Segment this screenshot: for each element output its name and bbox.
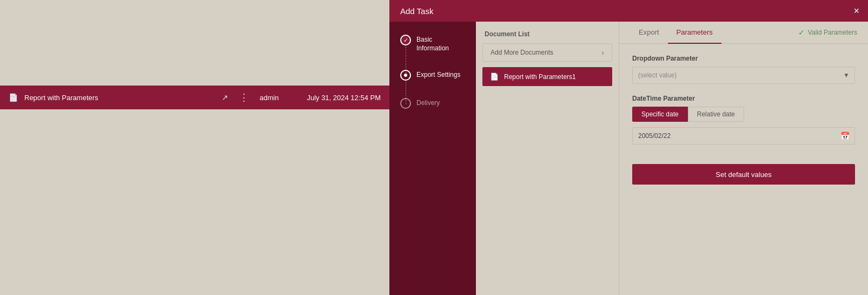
step-export-settings[interactable]: Export Settings [400,70,465,98]
datetime-tabs: Specific date Relative date [632,107,855,122]
date-label: July 31, 2024 12:54 PM [307,94,381,102]
background-area: 📄 Report with Parameters ↗ ⋮ admin July … [0,0,389,295]
step-circle-delivery [400,98,411,109]
tab-export[interactable]: Export [630,22,668,44]
step-label-basic-info: Basic Information [416,35,465,53]
document-name: Report with Parameters1 [504,73,576,81]
parameters-content: Dropdown Parameter (select value) ▼ Date… [619,44,868,295]
add-task-modal: Add Task × ✓ Basic Information [389,0,868,295]
more-options-icon[interactable]: ⋮ [239,91,249,103]
document-icon: 📄 [490,73,499,81]
add-more-label: Add More Documents [491,49,553,56]
step-label-delivery: Delivery [416,98,440,108]
steps-panel: ✓ Basic Information Export Settings [389,22,476,295]
add-more-documents-button[interactable]: Add More Documents › [482,43,612,62]
step-delivery[interactable]: Delivery [400,98,465,109]
datetime-param-group: DateTime Parameter Specific date Relativ… [632,95,855,145]
date-input[interactable] [632,127,855,145]
tab-parameters[interactable]: Parameters [668,22,721,44]
relative-date-tab[interactable]: Relative date [688,107,744,122]
dropdown-param-label: Dropdown Parameter [632,55,855,62]
admin-label: admin [260,94,279,102]
step-circle-basic-info: ✓ [400,35,411,45]
report-title: Report with Parameters [24,94,215,102]
step-basic-info[interactable]: ✓ Basic Information [400,35,465,70]
active-dot [404,74,407,77]
valid-params-label: Valid Parameters [808,29,857,36]
step-circle-export [400,70,411,81]
edit-icon[interactable]: ↗ [222,93,228,102]
checkmark-icon: ✓ [403,37,408,44]
set-default-values-button[interactable]: Set default values [632,164,855,185]
modal-title: Add Task [400,6,433,16]
valid-params-indicator: ✓ Valid Parameters [798,22,857,43]
tabs-bar: Export Parameters ✓ Valid Parameters [619,22,868,44]
check-circle-icon: ✓ [798,28,805,37]
date-input-wrapper: 📅 [632,127,855,145]
specific-date-tab[interactable]: Specific date [632,107,688,122]
dropdown-select-wrapper: (select value) ▼ [632,67,855,84]
dropdown-param-group: Dropdown Parameter (select value) ▼ [632,55,855,84]
modal-header: Add Task × [389,0,868,22]
dropdown-select[interactable]: (select value) [632,67,855,84]
datetime-param-label: DateTime Parameter [632,95,855,102]
modal-body: ✓ Basic Information Export Settings [389,22,868,295]
right-panel: Export Parameters ✓ Valid Parameters Dro… [619,22,868,295]
document-list-header: Document List [476,30,619,43]
document-item[interactable]: 📄 Report with Parameters1 [482,67,612,86]
chevron-right-icon: › [601,48,604,57]
report-file-icon: 📄 [9,93,18,102]
document-list-panel: Document List Add More Documents › 📄 Rep… [476,22,619,295]
report-row[interactable]: 📄 Report with Parameters ↗ ⋮ admin July … [0,86,389,109]
close-button[interactable]: × [853,6,859,16]
calendar-icon[interactable]: 📅 [840,132,850,140]
step-label-export: Export Settings [416,70,460,80]
